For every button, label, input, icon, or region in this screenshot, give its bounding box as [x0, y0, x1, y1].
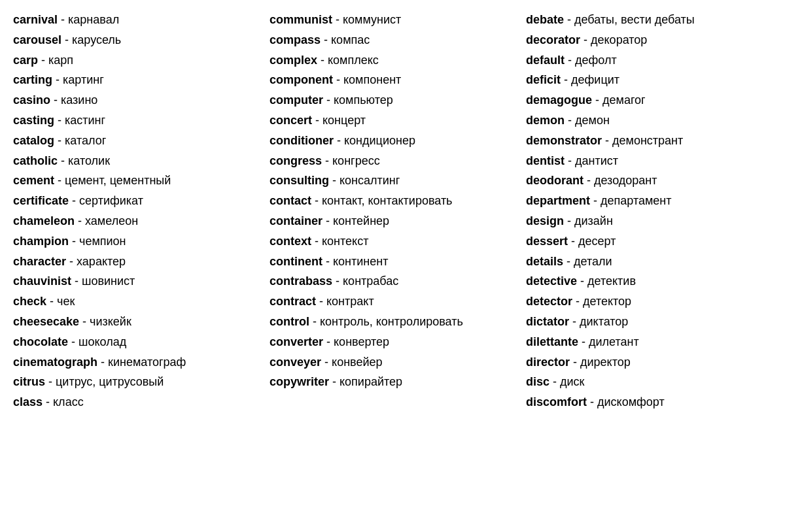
separator: -	[71, 274, 82, 288]
list-item: casino - казино	[13, 91, 259, 110]
english-word: demon	[526, 114, 565, 127]
list-item: contract - контракт	[270, 292, 515, 311]
separator: -	[329, 375, 340, 388]
list-item: character - характер	[13, 252, 259, 271]
russian-translation: картинг	[63, 73, 104, 86]
russian-translation: шовинист	[82, 274, 135, 288]
list-item: catalog - каталог	[13, 131, 259, 150]
russian-translation: карнавал	[68, 13, 119, 26]
list-item: contrabass - контрабас	[270, 272, 515, 291]
english-word: cement	[13, 174, 54, 187]
list-item: class - класс	[13, 393, 259, 412]
list-item: complex - комплекс	[270, 51, 515, 70]
english-word: contrabass	[270, 274, 332, 288]
russian-translation: карусель	[72, 33, 121, 46]
english-word: conditioner	[270, 134, 334, 147]
english-word: demagogue	[526, 93, 592, 107]
english-word: citrus	[13, 375, 45, 388]
russian-translation: коммунист	[343, 13, 401, 26]
separator: -	[54, 174, 65, 187]
russian-translation: дантист	[575, 154, 618, 167]
english-word: contract	[270, 295, 316, 308]
separator: -	[43, 395, 53, 408]
russian-translation: хамелеон	[85, 214, 138, 227]
separator: -	[584, 174, 594, 187]
separator: -	[321, 33, 331, 46]
english-word: certificate	[13, 194, 69, 207]
list-item: discomfort - дискомфорт	[526, 393, 772, 412]
english-word: deodorant	[526, 174, 584, 187]
english-word: continent	[270, 255, 323, 268]
separator: -	[321, 356, 332, 369]
separator: -	[312, 114, 323, 127]
separator: -	[311, 194, 322, 207]
separator: -	[323, 93, 334, 107]
list-item: computer - компьютер	[270, 91, 515, 110]
list-item: cheesecake - чизкейк	[13, 312, 259, 331]
separator: -	[332, 274, 343, 288]
list-item: disc - диск	[526, 373, 772, 391]
list-item: deficit - дефицит	[526, 71, 772, 90]
separator: -	[563, 255, 574, 268]
english-word: chauvinist	[13, 274, 71, 288]
russian-translation: цитрус, цитрусовый	[56, 375, 164, 388]
separator: -	[309, 315, 320, 328]
english-word: copywriter	[270, 375, 329, 388]
separator: -	[333, 73, 343, 86]
separator: -	[577, 274, 587, 288]
russian-translation: копирайтер	[340, 375, 402, 388]
russian-translation: концерт	[323, 114, 366, 127]
list-item: chauvinist - шовинист	[13, 272, 259, 291]
russian-translation: декоратор	[591, 33, 647, 46]
russian-translation: комплекс	[328, 54, 379, 67]
english-word: cinematograph	[13, 356, 97, 369]
separator: -	[564, 214, 574, 227]
column-2: communist - коммунистcompass - компасcom…	[264, 10, 521, 393]
english-word: champion	[13, 235, 69, 248]
separator: -	[69, 194, 79, 207]
english-word: dentist	[526, 154, 565, 167]
english-word: control	[270, 315, 309, 328]
russian-translation: чек	[57, 295, 75, 308]
separator: -	[46, 295, 57, 308]
separator: -	[565, 154, 575, 167]
list-item: detective - детектив	[526, 272, 772, 291]
english-word: casino	[13, 93, 50, 107]
list-item: debate - дебаты, вести дебаты	[526, 10, 772, 29]
list-item: dentist - дантист	[526, 152, 772, 171]
english-word: converter	[270, 335, 323, 348]
english-word: chocolate	[13, 335, 68, 348]
separator: -	[568, 235, 578, 248]
separator: -	[564, 13, 574, 26]
english-word: compass	[270, 33, 321, 46]
english-word: cheesecake	[13, 315, 79, 328]
list-item: carp - карп	[13, 51, 259, 70]
separator: -	[329, 174, 340, 187]
list-item: certificate - сертификат	[13, 191, 259, 210]
list-item: department - департамент	[526, 191, 772, 210]
english-word: context	[270, 235, 311, 248]
english-word: director	[526, 356, 570, 369]
list-item: converter - конвертер	[270, 333, 515, 352]
russian-translation: каталог	[65, 134, 106, 147]
russian-translation: детектор	[583, 295, 631, 308]
list-item: casting - кастинг	[13, 111, 259, 130]
english-word: container	[270, 214, 323, 227]
english-word: department	[526, 194, 590, 207]
english-word: dilettante	[526, 335, 578, 348]
english-word: debate	[526, 13, 564, 26]
russian-translation: характер	[77, 255, 126, 268]
english-word: dessert	[526, 235, 568, 248]
english-word: check	[13, 295, 46, 308]
separator: -	[317, 54, 328, 67]
russian-translation: демагог	[602, 93, 646, 107]
separator: -	[45, 375, 56, 388]
russian-translation: дебаты, вести дебаты	[574, 13, 695, 26]
list-item: contact - контакт, контактировать	[270, 191, 515, 210]
separator: -	[79, 315, 90, 328]
separator: -	[38, 54, 48, 67]
russian-translation: дефолт	[575, 54, 617, 67]
list-item: component - компонент	[270, 71, 515, 90]
separator: -	[578, 335, 589, 348]
russian-translation: кондиционер	[344, 134, 415, 147]
